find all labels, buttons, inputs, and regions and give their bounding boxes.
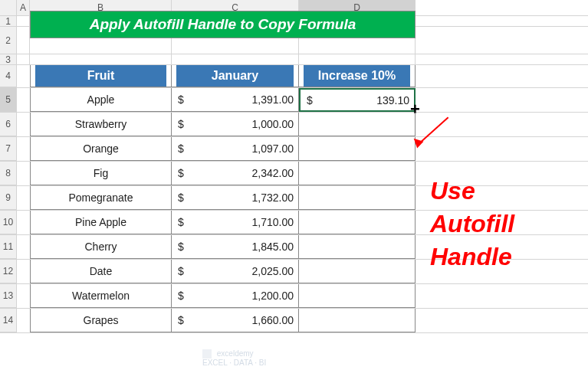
cell-B5[interactable]: Apple	[30, 88, 172, 112]
row-9-header[interactable]: 9	[0, 186, 17, 210]
cell-B8[interactable]: Fig	[30, 162, 172, 185]
table-row: 13Watermelon$1,200.00	[0, 284, 588, 309]
currency-symbol: $	[178, 167, 184, 179]
cell-A12[interactable]	[17, 260, 30, 283]
cell-A10[interactable]	[17, 211, 30, 234]
cell-B14[interactable]: Grapes	[30, 309, 172, 332]
row-4-header[interactable]: 4	[0, 65, 17, 87]
cell-B7[interactable]: Orange	[30, 137, 172, 161]
currency-symbol: $	[178, 290, 184, 302]
amount: 1,660.00	[176, 314, 294, 326]
cell-D9[interactable]	[299, 186, 416, 210]
currency-symbol: $	[307, 94, 313, 106]
row-11-header[interactable]: 11	[0, 235, 17, 259]
cell-B12[interactable]: Date	[30, 260, 172, 283]
row-4: 4 Fruit January Increase 10%	[0, 65, 588, 88]
cell-D14[interactable]	[299, 309, 416, 332]
row-7-header[interactable]: 7	[0, 137, 17, 161]
amount: 1,097.00	[176, 142, 294, 155]
cell-C11[interactable]: $1,845.00	[172, 235, 299, 259]
currency-symbol: $	[178, 216, 184, 228]
page-title: Apply Autofill Handle to Copy Formula	[30, 11, 416, 38]
amount: 1,845.00	[176, 241, 294, 253]
annotation-line2: Autofill	[430, 208, 514, 241]
spreadsheet-grid[interactable]: A B C D 1 2 3 4 Fruit January Increase 1…	[0, 0, 588, 333]
cell-D5[interactable]: $139.10+	[299, 88, 416, 112]
currency-symbol: $	[178, 142, 184, 155]
cell-D4[interactable]: Increase 10%	[299, 65, 416, 87]
annotation-text: Use Autofill Handle	[430, 175, 514, 274]
amount: 1,391.00	[176, 93, 294, 106]
cell-C13[interactable]: $1,200.00	[172, 284, 299, 308]
row-14-header[interactable]: 14	[0, 309, 17, 332]
cell-A13[interactable]	[17, 284, 30, 308]
cell-D7[interactable]	[299, 137, 416, 161]
row-10-header[interactable]: 10	[0, 211, 17, 234]
cell-B3[interactable]	[30, 54, 172, 64]
table-row: 5Apple$1,391.00$139.10+	[0, 88, 588, 113]
amount: 1,710.00	[176, 216, 294, 228]
cell-B4[interactable]: Fruit	[30, 65, 172, 87]
cell-B9[interactable]: Pomegranate	[30, 186, 172, 210]
cell-D10[interactable]	[299, 211, 416, 234]
cell-A5[interactable]	[17, 88, 30, 112]
watermark-tag: EXCEL · DATA · BI	[202, 358, 266, 367]
currency-symbol: $	[178, 118, 184, 130]
cell-A8[interactable]	[17, 162, 30, 185]
cell-D13[interactable]	[299, 284, 416, 308]
cell-A1[interactable]	[17, 16, 30, 26]
amount: 1,732.00	[176, 192, 294, 204]
cell-C7[interactable]: $1,097.00	[172, 137, 299, 161]
cell-D6[interactable]	[299, 113, 416, 136]
row-13-header[interactable]: 13	[0, 284, 17, 308]
cell-A11[interactable]	[17, 235, 30, 259]
cell-A4[interactable]	[17, 65, 30, 87]
row-3-header[interactable]: 3	[0, 54, 17, 64]
cell-B13[interactable]: Watermelon	[30, 284, 172, 308]
cell-C4[interactable]: January	[172, 65, 299, 87]
watermark: exceldemy EXCEL · DATA · BI	[202, 349, 266, 367]
cell-B10[interactable]: Pine Apple	[30, 211, 172, 234]
cell-C12[interactable]: $2,025.00	[172, 260, 299, 283]
header-january: January	[176, 65, 294, 87]
cell-C8[interactable]: $2,342.00	[172, 162, 299, 185]
cell-D3[interactable]	[299, 54, 416, 64]
cell-B6[interactable]: Strawberry	[30, 113, 172, 136]
cell-A7[interactable]	[17, 137, 30, 161]
cell-C10[interactable]: $1,710.00	[172, 211, 299, 234]
row-5-header[interactable]: 5	[0, 88, 17, 112]
currency-symbol: $	[178, 314, 184, 326]
row-6-header[interactable]: 6	[0, 113, 17, 136]
select-all-corner[interactable]	[0, 0, 17, 15]
header-increase: Increase 10%	[304, 65, 410, 87]
currency-symbol: $	[178, 192, 184, 204]
amount: 1,000.00	[176, 118, 294, 130]
cell-C14[interactable]: $1,660.00	[172, 309, 299, 332]
row-8-header[interactable]: 8	[0, 162, 17, 185]
annotation-line1: Use	[430, 175, 514, 208]
row-12-header[interactable]: 12	[0, 260, 17, 283]
cell-A6[interactable]	[17, 113, 30, 136]
cell-C3[interactable]	[172, 54, 299, 64]
cell-B11[interactable]: Cherry	[30, 235, 172, 259]
amount: 1,200.00	[176, 290, 294, 302]
col-A-header[interactable]: A	[17, 0, 30, 15]
amount: 2,342.00	[176, 167, 294, 179]
cell-D12[interactable]	[299, 260, 416, 283]
cell-A14[interactable]	[17, 309, 30, 332]
cell-A9[interactable]	[17, 186, 30, 210]
table-row: 6Strawberry$1,000.00	[0, 113, 588, 137]
cell-C9[interactable]: $1,732.00	[172, 186, 299, 210]
cell-A2[interactable]	[17, 27, 30, 54]
cell-D8[interactable]	[299, 162, 416, 185]
cell-C6[interactable]: $1,000.00	[172, 113, 299, 136]
cell-D11[interactable]	[299, 235, 416, 259]
cell-C5[interactable]: $1,391.00	[172, 88, 299, 112]
currency-symbol: $	[178, 241, 184, 253]
table-row: 14Grapes$1,660.00	[0, 309, 588, 333]
currency-symbol: $	[178, 93, 184, 106]
row-2-header[interactable]: 2	[0, 27, 17, 54]
cell-A3[interactable]	[17, 54, 30, 64]
watermark-brand: exceldemy	[217, 349, 254, 358]
row-1-header[interactable]: 1	[0, 16, 17, 26]
